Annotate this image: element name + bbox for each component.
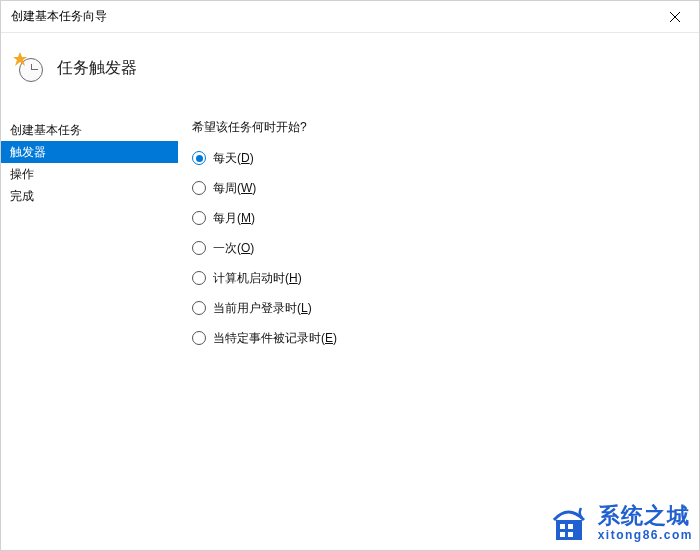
radio-indicator-icon bbox=[192, 181, 206, 195]
svg-rect-7 bbox=[568, 532, 573, 537]
radio-indicator-icon bbox=[192, 241, 206, 255]
radio-once[interactable]: 一次(O) bbox=[192, 238, 699, 258]
content: 创建基本任务 触发器 操作 完成 希望该任务何时开始? 每天(D) 每周(W) … bbox=[1, 103, 699, 550]
watermark-url: xitong86.com bbox=[598, 529, 693, 542]
svg-rect-6 bbox=[560, 532, 565, 537]
radio-label: 计算机启动时(H) bbox=[213, 270, 302, 287]
radio-daily[interactable]: 每天(D) bbox=[192, 148, 699, 168]
clock-wizard-icon bbox=[15, 54, 43, 82]
radio-logon[interactable]: 当前用户登录时(L) bbox=[192, 298, 699, 318]
sidebar: 创建基本任务 触发器 操作 完成 bbox=[1, 103, 178, 550]
radio-event[interactable]: 当特定事件被记录时(E) bbox=[192, 328, 699, 348]
window-title: 创建基本任务向导 bbox=[11, 8, 107, 25]
sidebar-item-action[interactable]: 操作 bbox=[1, 163, 178, 185]
svg-rect-5 bbox=[568, 524, 573, 529]
titlebar: 创建基本任务向导 bbox=[1, 1, 699, 33]
radio-indicator-icon bbox=[192, 151, 206, 165]
close-button[interactable] bbox=[653, 2, 697, 32]
radio-label: 当特定事件被记录时(E) bbox=[213, 330, 337, 347]
header: 任务触发器 bbox=[1, 33, 699, 103]
radio-label: 当前用户登录时(L) bbox=[213, 300, 312, 317]
close-icon bbox=[670, 12, 680, 22]
watermark-logo-icon bbox=[548, 502, 590, 544]
watermark-text: 系统之城 xitong86.com bbox=[598, 504, 693, 541]
watermark-name: 系统之城 bbox=[598, 504, 693, 528]
sidebar-item-finish[interactable]: 完成 bbox=[1, 185, 178, 207]
radio-indicator-icon bbox=[192, 301, 206, 315]
wizard-window: 创建基本任务向导 任务触发器 创建基本任务 触发器 操作 完成 希望该任务何时 bbox=[0, 0, 700, 551]
radio-weekly[interactable]: 每周(W) bbox=[192, 178, 699, 198]
radio-startup[interactable]: 计算机启动时(H) bbox=[192, 268, 699, 288]
svg-rect-4 bbox=[560, 524, 565, 529]
radio-indicator-icon bbox=[192, 271, 206, 285]
sidebar-item-trigger[interactable]: 触发器 bbox=[1, 141, 178, 163]
sidebar-item-create-task[interactable]: 创建基本任务 bbox=[1, 119, 178, 141]
radio-indicator-icon bbox=[192, 331, 206, 345]
page-title: 任务触发器 bbox=[57, 58, 137, 79]
main-panel: 希望该任务何时开始? 每天(D) 每周(W) 每月(M) 一次(O) bbox=[178, 103, 699, 550]
radio-label: 每周(W) bbox=[213, 180, 256, 197]
radio-monthly[interactable]: 每月(M) bbox=[192, 208, 699, 228]
radio-label: 一次(O) bbox=[213, 240, 254, 257]
question-label: 希望该任务何时开始? bbox=[192, 119, 699, 136]
svg-marker-2 bbox=[13, 52, 27, 66]
watermark: 系统之城 xitong86.com bbox=[548, 502, 693, 544]
radio-label: 每月(M) bbox=[213, 210, 255, 227]
radio-label: 每天(D) bbox=[213, 150, 254, 167]
radio-indicator-icon bbox=[192, 211, 206, 225]
trigger-radio-group: 每天(D) 每周(W) 每月(M) 一次(O) 计算机启动时(H) bbox=[192, 148, 699, 348]
